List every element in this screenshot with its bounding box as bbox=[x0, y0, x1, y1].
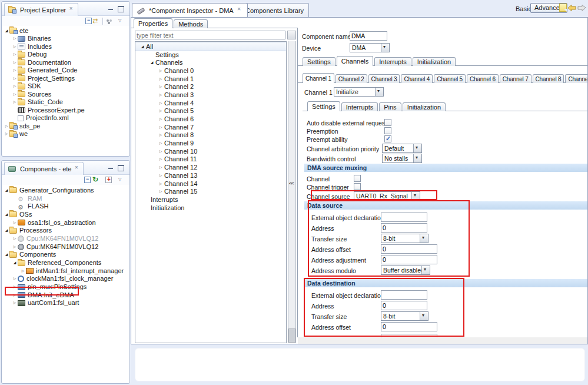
tree-item[interactable]: ete bbox=[2, 26, 129, 35]
tree-item[interactable]: ProcessorExpert.pe bbox=[2, 106, 129, 114]
dropdown-icon[interactable] bbox=[117, 17, 126, 25]
preempt-ability-checkbox[interactable] bbox=[384, 135, 391, 142]
tree-item[interactable]: Channel 9 bbox=[135, 139, 286, 147]
mux-channel-trigger-checkbox[interactable] bbox=[354, 183, 361, 190]
mux-channel-checkbox[interactable] bbox=[354, 175, 361, 182]
ds-address-offset-input[interactable] bbox=[381, 244, 437, 254]
expand-arrow-icon[interactable] bbox=[139, 43, 145, 50]
dd-transfer-size-dropdown[interactable]: 8-bit bbox=[381, 311, 428, 321]
tab-channel-2[interactable]: Channel 2 bbox=[335, 74, 367, 83]
tree-item[interactable]: intMan1:fsl_interrupt_manager bbox=[2, 267, 129, 275]
tree-item[interactable]: Channel 7 bbox=[135, 123, 286, 131]
tree-item[interactable]: Debug bbox=[2, 51, 129, 59]
tree-item[interactable]: Channel 6 bbox=[135, 115, 286, 123]
expand-arrow-icon[interactable] bbox=[4, 122, 9, 130]
expand-arrow-icon[interactable] bbox=[12, 59, 18, 66]
expand-arrow-icon[interactable] bbox=[158, 148, 164, 155]
forward-arrow-icon[interactable] bbox=[577, 4, 586, 12]
component-name-input[interactable] bbox=[350, 31, 387, 41]
tab-properties[interactable]: Properties bbox=[134, 18, 172, 28]
tree-item[interactable]: pin_mux:PinSettings bbox=[2, 283, 129, 291]
collapse-pane-button[interactable]: << bbox=[289, 181, 293, 186]
tree-item[interactable]: Channel 8 bbox=[135, 131, 286, 140]
close-icon[interactable] bbox=[237, 8, 242, 14]
expand-arrow-icon[interactable] bbox=[12, 91, 18, 98]
dd-address-offset-input[interactable] bbox=[381, 322, 437, 331]
tree-item[interactable]: FLASH bbox=[2, 202, 129, 210]
link-with-editor-icon[interactable] bbox=[92, 17, 101, 25]
tree-item[interactable]: Initialization bbox=[135, 204, 286, 212]
tab-channel-7[interactable]: Channel 7 bbox=[500, 74, 531, 83]
tab-channel-5[interactable]: Channel 5 bbox=[434, 74, 466, 83]
tree-item[interactable]: Referenced_Components bbox=[2, 258, 129, 267]
tree-item[interactable]: Components bbox=[2, 251, 129, 259]
tree-item[interactable]: Channel 0 bbox=[135, 67, 286, 75]
tree-item[interactable]: Channel 12 bbox=[135, 163, 286, 171]
expand-arrow-icon[interactable] bbox=[12, 259, 18, 266]
tab-channel-8[interactable]: Channel 8 bbox=[533, 74, 564, 83]
tree-item[interactable]: Channel 13 bbox=[135, 171, 286, 180]
expand-arrow-icon[interactable] bbox=[12, 51, 18, 58]
tree-item[interactable]: SDK bbox=[2, 82, 129, 91]
tree-item[interactable]: Interrupts bbox=[135, 195, 286, 204]
dd-ext-obj-input[interactable] bbox=[381, 290, 427, 300]
tree-item[interactable]: Static_Code bbox=[2, 98, 129, 107]
expand-arrow-icon[interactable] bbox=[158, 107, 164, 114]
tree-item[interactable]: Includes bbox=[2, 42, 129, 51]
expand-arrow-icon[interactable] bbox=[158, 115, 164, 122]
expand-arrow-icon[interactable] bbox=[12, 283, 18, 290]
expand-arrow-icon[interactable] bbox=[12, 275, 18, 282]
tree-item[interactable]: Channel 10 bbox=[135, 147, 286, 155]
tree-item[interactable]: Settings bbox=[135, 51, 286, 59]
expand-arrow-icon[interactable] bbox=[12, 67, 18, 74]
expand-arrow-icon[interactable] bbox=[158, 140, 164, 147]
expand-arrow-icon[interactable] bbox=[12, 82, 18, 89]
expand-arrow-icon[interactable] bbox=[20, 267, 26, 274]
splitter-handle[interactable] bbox=[288, 328, 295, 343]
expand-arrow-icon[interactable] bbox=[12, 299, 18, 306]
expand-arrow-icon[interactable] bbox=[12, 43, 18, 50]
ds-ext-obj-input[interactable] bbox=[381, 213, 427, 222]
preemption-checkbox[interactable] bbox=[384, 127, 391, 134]
tree-item[interactable]: OSs bbox=[2, 210, 129, 218]
expand-arrow-icon[interactable] bbox=[158, 180, 164, 187]
channel-mode-dropdown[interactable]: Initialize bbox=[334, 87, 384, 97]
expand-arrow-icon[interactable] bbox=[12, 291, 18, 298]
tree-item[interactable]: Processors bbox=[2, 226, 129, 234]
expand-arrow-icon[interactable] bbox=[12, 235, 18, 242]
minimize-icon[interactable] bbox=[108, 6, 114, 11]
tree-item[interactable]: Binaries bbox=[2, 35, 129, 43]
tree-item[interactable]: Channel 1 bbox=[135, 75, 286, 83]
subtab-initialization[interactable]: Initialization bbox=[403, 102, 446, 111]
minimize-icon[interactable] bbox=[108, 165, 114, 170]
tree-item[interactable]: Channel 4 bbox=[135, 99, 286, 107]
close-icon[interactable] bbox=[68, 7, 74, 13]
expand-arrow-icon[interactable] bbox=[149, 59, 155, 66]
tree-item[interactable]: Channel 2 bbox=[135, 82, 286, 91]
expand-arrow-icon[interactable] bbox=[158, 155, 164, 162]
tree-item[interactable]: Sources bbox=[2, 90, 129, 98]
tab-channel-3[interactable]: Channel 3 bbox=[368, 74, 400, 83]
tree-item[interactable]: Cpu:MK64FN1M0VLQ12 bbox=[2, 243, 129, 251]
pane-splitter[interactable]: << bbox=[288, 41, 296, 343]
auto-disable-checkbox[interactable] bbox=[384, 119, 391, 126]
tree-item[interactable]: Generated_Code bbox=[2, 67, 129, 75]
subtab-settings[interactable]: Settings bbox=[307, 101, 340, 111]
tree-item[interactable]: Project_Settings bbox=[2, 74, 129, 82]
tree-item[interactable]: we bbox=[2, 130, 129, 138]
expand-arrow-icon[interactable] bbox=[158, 83, 164, 90]
subtab-interrupts[interactable]: Interrupts bbox=[341, 102, 378, 111]
maximize-icon[interactable] bbox=[118, 6, 124, 11]
tree-item[interactable]: Generator_Configurations bbox=[2, 186, 129, 194]
editor-tab-component-inspector[interactable]: *Component Inspector - DMA bbox=[132, 3, 248, 17]
tree-item[interactable]: Cpu:MK64FN1M0VLQ12 bbox=[2, 234, 129, 243]
expand-arrow-icon[interactable] bbox=[4, 27, 9, 34]
tree-item[interactable]: Channels bbox=[135, 58, 286, 67]
tree-item[interactable]: RAM bbox=[2, 194, 129, 203]
expand-arrow-icon[interactable] bbox=[4, 251, 9, 258]
tab-channel-1[interactable]: Channel 1 bbox=[303, 73, 334, 83]
back-arrow-icon[interactable] bbox=[567, 4, 576, 12]
ds-address-modulo-dropdown[interactable]: Buffer disabled bbox=[381, 265, 430, 275]
sync-icon[interactable] bbox=[92, 176, 101, 184]
project-explorer-tab[interactable]: Project Explorer bbox=[4, 3, 78, 16]
